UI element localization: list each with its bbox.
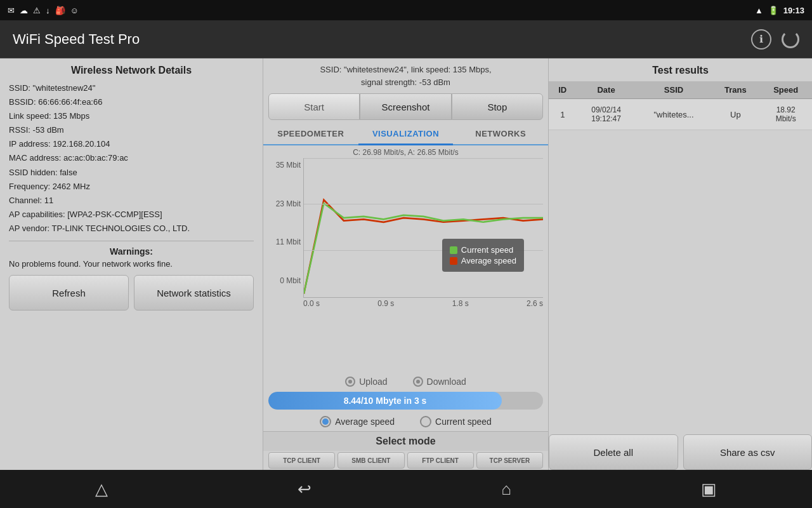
chart-wrapper: 35 Mbit 23 Mbit 11 Mbit 0 Mbit xyxy=(268,158,543,298)
current-speed-option[interactable]: Current speed xyxy=(420,416,492,427)
table-row: 1 09/02/14 19:12:47 "whitetes... Up 18.9… xyxy=(549,99,812,130)
download-radio[interactable] xyxy=(413,377,423,387)
cell-date: 09/02/14 19:12:47 xyxy=(577,99,636,130)
legend-current-label: Current speed xyxy=(461,245,513,255)
tcp-server-tab[interactable]: TCP SERVER xyxy=(476,452,543,469)
ftp-client-tab[interactable]: FTP CLIENT xyxy=(407,452,474,469)
network-info-bar: SSID: "whitetestnew24", link speed: 135 … xyxy=(263,58,548,91)
chart-svg-area: Current speed Average speed xyxy=(303,158,543,298)
progress-text: 8.44/10 Mbyte in 3 s xyxy=(344,396,427,406)
detail-channel: Channel: 11 xyxy=(9,194,254,208)
settings-refresh-icon[interactable] xyxy=(782,30,799,48)
y-label-11: 11 Mbit xyxy=(268,237,301,246)
chart-label: C: 26.98 Mbit/s, A: 26.85 Mbit/s xyxy=(268,148,543,157)
avg-speed-radio-inner xyxy=(322,418,329,425)
results-table: ID Date SSID Trans Speed 1 09/02/14 19:1… xyxy=(549,81,812,130)
smb-client-tab[interactable]: SMB CLIENT xyxy=(337,452,404,469)
android-icon: ☺ xyxy=(70,6,79,15)
select-mode-bar: Select mode xyxy=(263,431,548,451)
upload-label: Upload xyxy=(359,377,387,387)
progress-bar-inner: 8.44/10 Mbyte in 3 s xyxy=(268,392,502,410)
left-panel: Wireless Network Details SSID: "whitetes… xyxy=(0,58,263,470)
cloud-icon: ☁ xyxy=(20,6,28,15)
detail-rssi: RSSI: -53 dBm xyxy=(9,123,254,137)
right-panel: Test results ID Date SSID Trans Speed 1 … xyxy=(549,58,812,470)
download-label: Download xyxy=(427,377,466,387)
detail-ip: IP address: 192.168.20.104 xyxy=(9,137,254,151)
tab-visualization[interactable]: VISUALIZATION xyxy=(358,124,454,145)
results-title: Test results xyxy=(549,58,812,81)
tab-bar: SPEEDOMETER VISUALIZATION NETWORKS xyxy=(263,124,548,145)
warning-icon: ⚠ xyxy=(33,6,41,15)
stop-button[interactable]: Stop xyxy=(452,93,543,120)
time-display: 19:13 xyxy=(783,6,804,15)
mode-tabs: TCP CLIENT SMB CLIENT FTP CLIENT TCP SER… xyxy=(263,451,548,470)
tab-speedometer[interactable]: SPEEDOMETER xyxy=(263,124,358,144)
tcp-client-tab[interactable]: TCP CLIENT xyxy=(268,452,335,469)
screenshot-button[interactable]: Screenshot xyxy=(360,93,451,120)
tab-networks[interactable]: NETWORKS xyxy=(453,124,548,144)
status-bar-right: ▲ 🔋 19:13 xyxy=(755,6,804,15)
legend-average: Average speed xyxy=(450,256,516,265)
upload-radio[interactable] xyxy=(345,377,355,387)
cell-id: 1 xyxy=(549,99,577,130)
avg-speed-option[interactable]: Average speed xyxy=(320,416,395,427)
network-details: SSID: "whitetestnew24" BSSID: 66:66:66:4… xyxy=(9,81,254,236)
wireless-details-title: Wireless Network Details xyxy=(9,65,254,76)
current-speed-radio[interactable] xyxy=(420,416,431,427)
results-table-head: ID Date SSID Trans Speed xyxy=(549,81,812,99)
share-as-csv-button[interactable]: Share as csv xyxy=(683,434,813,470)
average-speed-dot xyxy=(450,257,457,265)
col-date: Date xyxy=(577,81,636,99)
detail-ap-vendor: AP vendor: TP-LINK TECHNOLOGIES CO., LTD… xyxy=(9,222,254,236)
chart-container: C: 26.98 Mbit/s, A: 26.85 Mbit/s 35 Mbit… xyxy=(263,145,548,375)
status-bar: ✉ ☁ ⚠ ↓ 🎒 ☺ ▲ 🔋 19:13 xyxy=(0,0,812,20)
chart-svg xyxy=(304,158,543,297)
grid-line-top xyxy=(304,158,543,159)
delete-all-button[interactable]: Delete all xyxy=(549,434,678,470)
divider xyxy=(9,241,254,241)
x-label-0: 0.0 s xyxy=(303,299,320,308)
upload-option[interactable]: Upload xyxy=(345,377,387,387)
start-button[interactable]: Start xyxy=(268,93,360,120)
download-option[interactable]: Download xyxy=(413,377,466,387)
nav-bar: △ ↩ ⌂ ▣ xyxy=(0,470,812,508)
detail-freq: Frequency: 2462 MHz xyxy=(9,180,254,194)
right-bottom-buttons: Delete all Share as csv xyxy=(549,434,812,470)
nav-recents-icon[interactable]: ▣ xyxy=(701,479,717,499)
speed-mode-row: Average speed Current speed xyxy=(263,412,548,431)
y-label-23: 23 Mbit xyxy=(268,199,301,208)
x-label-09: 0.9 s xyxy=(377,299,394,308)
left-bottom-buttons: Refresh Network statistics xyxy=(9,275,254,311)
detail-ssid-hidden: SSID hidden: false xyxy=(9,166,254,180)
warnings-title: Warnings: xyxy=(9,246,254,257)
app-title: WiFi Speed Test Pro xyxy=(13,31,140,48)
current-speed-dot xyxy=(450,246,457,254)
nav-up-icon[interactable]: △ xyxy=(95,479,108,499)
network-info-line1: SSID: "whitetestnew24", link speed: 135 … xyxy=(270,64,542,76)
nav-back-icon[interactable]: ↩ xyxy=(298,479,311,499)
x-axis: 0.0 s 0.9 s 1.8 s 2.6 s xyxy=(268,299,543,308)
detail-bssid: BSSID: 66:66:66:4f:ea:66 xyxy=(9,95,254,109)
y-label-0: 0 Mbit xyxy=(268,276,301,285)
cell-speed: 18.92 Mbit/s xyxy=(759,99,812,130)
results-header-row: ID Date SSID Trans Speed xyxy=(549,81,812,99)
col-id: ID xyxy=(549,81,577,99)
x-label-26: 2.6 s xyxy=(527,299,543,308)
bag-icon: 🎒 xyxy=(55,6,65,15)
x-label-18: 1.8 s xyxy=(452,299,469,308)
info-icon[interactable]: ℹ xyxy=(751,29,771,50)
avg-speed-radio[interactable] xyxy=(320,416,331,427)
status-bar-left: ✉ ☁ ⚠ ↓ 🎒 ☺ xyxy=(8,6,79,15)
results-table-body: 1 09/02/14 19:12:47 "whitetes... Up 18.9… xyxy=(549,99,812,130)
msg-icon: ✉ xyxy=(8,6,15,15)
legend-average-label: Average speed xyxy=(461,256,516,265)
nav-home-icon[interactable]: ⌂ xyxy=(501,479,511,499)
grid-line-mid1 xyxy=(304,204,543,204)
progress-bar-outer: 8.44/10 Mbyte in 3 s xyxy=(268,392,543,410)
refresh-button[interactable]: Refresh xyxy=(9,275,129,311)
detail-ap-cap: AP capabilities: [WPA2-PSK-CCMP][ESS] xyxy=(9,208,254,222)
legend-box: Current speed Average speed xyxy=(442,239,524,272)
cell-trans: Up xyxy=(711,99,759,130)
network-statistics-button[interactable]: Network statistics xyxy=(134,275,254,311)
